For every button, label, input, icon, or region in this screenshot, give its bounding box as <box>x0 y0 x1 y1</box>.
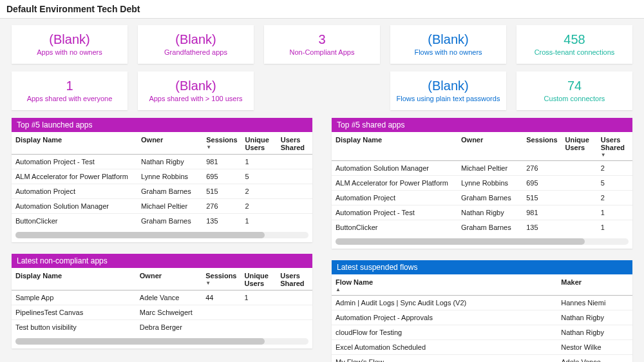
table-row[interactable]: Automation ProjectGraham Barnes5152 <box>12 184 312 199</box>
table-row[interactable]: ALM Accelerator for Power PlatformLynne … <box>12 169 312 184</box>
table-row[interactable]: ALM Accelerator for Power PlatformLynne … <box>332 176 632 191</box>
kpi-card[interactable]: (Blank)Flows with no owners <box>390 25 506 64</box>
cell: Michael Peltier <box>457 161 522 176</box>
cell: 5 <box>597 176 632 191</box>
cell <box>240 320 276 335</box>
cell: 1 <box>240 291 276 305</box>
cell <box>277 155 312 169</box>
cell: 2 <box>597 191 632 205</box>
column-header-flow_name[interactable]: Flow Name▲ <box>332 274 557 296</box>
kpi-value: (Blank) <box>142 32 250 47</box>
cell: Excel Automation Scheduled <box>332 340 557 355</box>
cell: Automation Project <box>12 184 137 199</box>
cell: 5 <box>242 169 277 184</box>
table-row[interactable]: ButtonClickerGraham Barnes1351 <box>332 220 632 235</box>
column-header-display_name[interactable]: Display Name <box>12 132 137 155</box>
cell: 695 <box>202 169 241 184</box>
sort-desc-icon: ▼ <box>601 153 629 158</box>
table-row[interactable]: Automation ProjectGraham Barnes5152 <box>332 191 632 205</box>
kpi-card[interactable]: 3Non-Compliant Apps <box>264 25 380 64</box>
column-header-unique_users[interactable]: Unique Users <box>242 132 277 155</box>
cell: ALM Accelerator for Power Platform <box>12 169 137 184</box>
cell: 515 <box>522 191 561 205</box>
panel-title: Latest suspended flows <box>332 260 632 274</box>
sort-desc-icon: ▼ <box>205 281 236 286</box>
cell: Adele Vance <box>557 355 632 363</box>
table-row[interactable]: Automation Solution ManagerMichael Pelti… <box>12 199 312 214</box>
kpi-card[interactable]: (Blank)Apps with no owners <box>12 25 128 64</box>
kpi-label: Flows with no owners <box>394 48 502 56</box>
cell: Lynne Robbins <box>457 176 522 191</box>
cell: 2 <box>242 184 277 199</box>
cell: Automation Solution Manager <box>332 161 457 176</box>
table-row[interactable]: ButtonClickerGraham Barnes1351 <box>12 214 312 229</box>
column-header-maker[interactable]: Maker <box>557 274 632 296</box>
cell: Automation Project - Approvals <box>332 310 557 325</box>
cell: 135 <box>202 214 241 229</box>
table-row[interactable]: My Flow's FlowAdele Vance <box>332 355 632 363</box>
top-shared-apps-panel: Top #5 shared apps Display NameOwnerSess… <box>332 118 632 249</box>
sort-asc-icon: ▲ <box>336 287 553 292</box>
column-header-sessions[interactable]: Sessions▼ <box>202 132 241 155</box>
cell <box>562 191 597 205</box>
horizontal-scrollbar[interactable] <box>15 232 308 238</box>
column-header-users_shared[interactable]: Users Shared▼ <box>597 132 632 161</box>
kpi-card[interactable]: (Blank)Grandfathered apps <box>138 25 254 64</box>
column-header-unique_users[interactable]: Unique Users <box>562 132 597 161</box>
cell: 1 <box>597 220 632 235</box>
cell: 1 <box>242 214 277 229</box>
kpi-card[interactable]: (Blank)Flows using plain text passwords <box>390 71 506 110</box>
table-row[interactable]: Excel Automation ScheduledNestor Wilke <box>332 340 632 355</box>
cell: Automation Project - Test <box>12 155 137 169</box>
horizontal-scrollbar[interactable] <box>336 238 629 245</box>
cell <box>276 320 312 335</box>
kpi-value: 74 <box>520 78 629 93</box>
column-header-owner[interactable]: Owner <box>136 268 202 291</box>
column-header-display_name[interactable]: Display Name <box>332 132 457 161</box>
table-row[interactable]: Automation Project - TestNathan Rigby981… <box>332 205 632 220</box>
cell: Admin | Audit Logs | Sync Audit Logs (V2… <box>332 296 557 310</box>
column-header-owner[interactable]: Owner <box>457 132 522 161</box>
panel-title: Latest non-compliant apps <box>12 254 312 268</box>
cell <box>276 305 312 320</box>
column-header-unique_users[interactable]: Unique Users <box>240 268 276 291</box>
column-header-users_shared[interactable]: Users Shared <box>276 268 312 291</box>
horizontal-scrollbar[interactable] <box>15 338 308 345</box>
table-row[interactable]: PipelinesTest CanvasMarc Schweigert <box>12 305 312 320</box>
kpi-card[interactable]: (Blank)Apps shared with > 100 users <box>138 71 254 110</box>
cell: Automation Solution Manager <box>12 199 137 214</box>
table-row[interactable]: Automation Project - ApprovalsNathan Rig… <box>332 310 632 325</box>
table-row[interactable]: Test button visibilityDebra Berger <box>12 320 312 335</box>
table-row[interactable]: Sample AppAdele Vance441 <box>12 291 312 305</box>
column-header-sessions[interactable]: Sessions▼ <box>202 268 240 291</box>
column-header-sessions[interactable]: Sessions <box>522 132 561 161</box>
kpi-card[interactable]: 74Custom connectors <box>516 71 632 110</box>
cell <box>277 184 312 199</box>
top-shared-apps-table: Display NameOwnerSessionsUnique UsersUse… <box>332 132 632 234</box>
kpi-card-row-2: 1Apps shared with everyone(Blank)Apps sh… <box>12 71 632 110</box>
cell: Automation Project - Test <box>332 205 457 220</box>
cell: Nathan Rigby <box>137 155 202 169</box>
cell: ButtonClicker <box>12 214 137 229</box>
column-header-users_shared[interactable]: Users Shared <box>277 132 312 155</box>
kpi-value: (Blank) <box>15 32 124 47</box>
cell: Test button visibility <box>12 320 136 335</box>
column-header-display_name[interactable]: Display Name <box>12 268 136 291</box>
column-header-owner[interactable]: Owner <box>137 132 202 155</box>
cell: Nathan Rigby <box>557 325 632 340</box>
table-row[interactable]: cloudFlow for TestingNathan Rigby <box>332 325 632 340</box>
kpi-card[interactable]: 458Cross-tenant connections <box>516 25 632 64</box>
non-compliant-apps-table: Display NameOwnerSessions▼Unique UsersUs… <box>12 268 312 334</box>
kpi-value: (Blank) <box>394 78 502 93</box>
kpi-label: Non-Compliant Apps <box>268 48 376 56</box>
left-column: Top #5 launched apps Display NameOwnerSe… <box>12 118 312 362</box>
table-row[interactable]: Automation Project - TestNathan Rigby981… <box>12 155 312 169</box>
cell: Graham Barnes <box>137 214 202 229</box>
table-row[interactable]: Admin | Audit Logs | Sync Audit Logs (V2… <box>332 296 632 310</box>
table-row[interactable]: Automation Solution ManagerMichael Pelti… <box>332 161 632 176</box>
kpi-card[interactable]: 1Apps shared with everyone <box>12 71 128 110</box>
cell: ALM Accelerator for Power Platform <box>332 176 457 191</box>
kpi-value: 3 <box>268 32 376 47</box>
cell <box>202 320 240 335</box>
cell: 981 <box>522 205 561 220</box>
